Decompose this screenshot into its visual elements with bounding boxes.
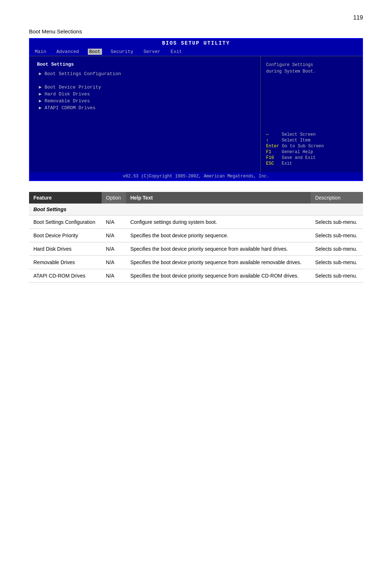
col-option: Option [102,192,126,204]
bios-menu-bar: Main Advanced Boot Security Server Exit [30,48,362,56]
bios-left-panel: Boot Settings Boot Settings Configuratio… [30,56,261,172]
option-cell: N/A [102,229,126,242]
table-row: Removable Drives N/A Specifies the boot … [29,256,363,269]
bios-key-help: ↔ Select Screen ↕ Select Item Enter Go t… [266,131,357,167]
description-cell: Selects sub-menu. [311,229,363,242]
feature-cell: Boot Settings Configuration [29,216,102,229]
section-title: Boot Menu Selections [29,28,363,34]
bios-title-bar: BIOS SETUP UTILITY [30,39,362,48]
helptext-cell: Specifies the boot device priority seque… [126,242,311,256]
key-screen-label: Select Screen [282,132,316,137]
option-cell: N/A [102,256,126,269]
helptext-cell: Specifies the boot device priority seque… [126,269,311,283]
key-row-esc: ESC Exit [266,161,357,166]
key-row-item: ↕ Select Item [266,138,357,143]
key-item-label: Select Item [282,138,310,143]
group-label: Boot Settings [29,204,363,216]
bios-menu-advanced[interactable]: Advanced [55,49,80,55]
table-row: ATAPI CD-ROM Drives N/A Specifies the bo… [29,269,363,283]
option-cell: N/A [102,216,126,229]
key-esc-label: Exit [282,161,292,166]
key-updown: ↕ [266,138,279,143]
group-header-row: Boot Settings [29,204,363,216]
feature-cell: Boot Device Priority [29,229,102,242]
reference-table: Feature Option Help Text Description Boo… [29,192,363,283]
helptext-cell: Specifies the boot device priority seque… [126,256,311,269]
table-row: Boot Settings Configuration N/A Configur… [29,216,363,229]
key-f10: F10 [266,155,279,160]
col-description: Description [311,192,363,204]
bios-item-priority[interactable]: Boot Device Priority [37,84,253,90]
key-row-f1: F1 General Help [266,149,357,155]
bios-screen: BIOS SETUP UTILITY Main Advanced Boot Se… [29,38,363,181]
key-esc: ESC [266,161,279,166]
table-row: Boot Device Priority N/A Specifies the b… [29,229,363,242]
bios-item-removable[interactable]: Removable Drives [37,98,253,104]
bios-menu-security[interactable]: Security [109,49,135,55]
bios-footer: v02.53 (C)Copyright 1985-2002, American … [30,172,362,180]
bios-right-panel: Configure Settingsduring System Boot. ↔ … [261,56,362,172]
key-f1: F1 [266,149,279,155]
feature-cell: ATAPI CD-ROM Drives [29,269,102,283]
bios-menu-server[interactable]: Server [142,49,162,55]
bios-item-cdrom[interactable]: ATAPI CDROM Drives [37,105,253,111]
description-cell: Selects sub-menu. [311,269,363,283]
key-row-screen: ↔ Select Screen [266,132,357,137]
feature-cell: Hard Disk Drives [29,242,102,256]
bios-help-text: Configure Settingsduring System Boot. [266,62,357,75]
key-enter: Enter [266,144,279,149]
helptext-cell: Configure settings during system boot. [126,216,311,229]
description-cell: Selects sub-menu. [311,242,363,256]
description-cell: Selects sub-menu. [311,216,363,229]
description-cell: Selects sub-menu. [311,256,363,269]
bios-item-config[interactable]: Boot Settings Configuration [37,71,253,77]
option-cell: N/A [102,242,126,256]
bios-menu-main[interactable]: Main [33,49,48,55]
helptext-cell: Specifies the boot device priority seque… [126,229,311,242]
bios-body: Boot Settings Boot Settings Configuratio… [30,56,362,172]
bios-item-hdd[interactable]: Hard Disk Drives [37,91,253,97]
key-row-f10: F10 Save and Exit [266,155,357,160]
feature-cell: Removable Drives [29,256,102,269]
table-row: Hard Disk Drives N/A Specifies the boot … [29,242,363,256]
col-feature: Feature [29,192,102,204]
table-header-row: Feature Option Help Text Description [29,192,363,204]
page-number: 119 [29,15,363,21]
col-helptext: Help Text [126,192,311,204]
key-f10-label: Save and Exit [282,155,316,160]
key-f1-label: General Help [282,149,313,155]
bios-menu-boot[interactable]: Boot [88,49,102,55]
key-arrows: ↔ [266,132,279,137]
bios-menu-exit[interactable]: Exit [169,49,183,55]
key-row-enter: Enter Go to Sub Screen [266,144,357,149]
option-cell: N/A [102,269,126,283]
bios-section-title: Boot Settings [37,62,253,67]
key-enter-label: Go to Sub Screen [282,144,324,149]
